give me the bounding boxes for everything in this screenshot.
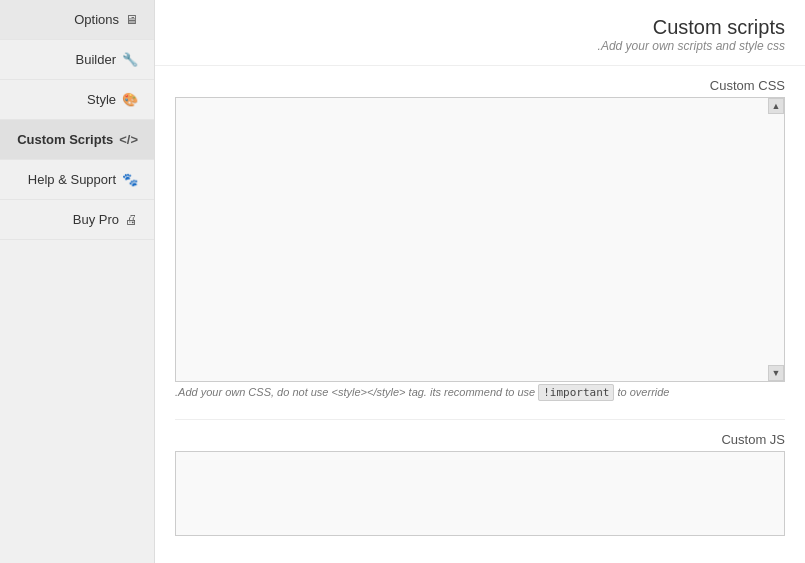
sidebar-item-label: Help & Support [28,172,116,187]
sidebar-item-options[interactable]: Options 🖥 [0,0,154,40]
content-area: Custom CSS ▲ ▼ .Add your own CSS, do not… [155,66,805,560]
sidebar-item-style[interactable]: Style 🎨 [0,80,154,120]
sidebar-item-label: Custom Scripts [17,132,113,147]
custom-css-label: Custom CSS [175,78,785,93]
custom-css-input[interactable] [176,98,784,378]
custom-css-hint: .Add your own CSS, do not use <style></s… [175,386,785,399]
sidebar-item-label: Buy Pro [73,212,119,227]
sidebar-item-builder[interactable]: Builder 🔧 [0,40,154,80]
section-divider [175,419,785,420]
printer-icon: 🖨 [125,212,138,227]
page-subtitle: .Add your own scripts and style css [175,39,785,53]
hint-suffix-text: to override [618,386,670,398]
scroll-down-button[interactable]: ▼ [768,365,784,381]
code-icon: </> [119,132,138,147]
main-content: Custom scripts .Add your own scripts and… [155,0,805,563]
sidebar-item-help-support[interactable]: Help & Support 🐾 [0,160,154,200]
custom-js-input[interactable] [176,452,784,532]
custom-js-label: Custom JS [175,432,785,447]
sidebar-item-custom-scripts[interactable]: Custom Scripts </> [0,120,154,160]
sidebar-item-label: Options [74,12,119,27]
page-title: Custom scripts [175,16,785,39]
hint-prefix-text: .Add your own CSS, do not use <style></s… [175,386,535,398]
scroll-up-button[interactable]: ▲ [768,98,784,114]
sidebar-item-label: Style [87,92,116,107]
hint-code-text: !important [538,384,614,401]
sidebar-item-label: Builder [76,52,116,67]
wrench-icon: 🔧 [122,52,138,67]
custom-js-wrapper [175,451,785,536]
custom-css-wrapper: ▲ ▼ [175,97,785,382]
page-header: Custom scripts .Add your own scripts and… [155,0,805,66]
monitor-icon: 🖥 [125,12,138,27]
support-icon: 🐾 [122,172,138,187]
sidebar: Options 🖥 Builder 🔧 Style 🎨 Custom Scrip… [0,0,155,563]
palette-icon: 🎨 [122,92,138,107]
sidebar-item-buy-pro[interactable]: Buy Pro 🖨 [0,200,154,240]
custom-js-section: Custom JS [175,432,785,536]
